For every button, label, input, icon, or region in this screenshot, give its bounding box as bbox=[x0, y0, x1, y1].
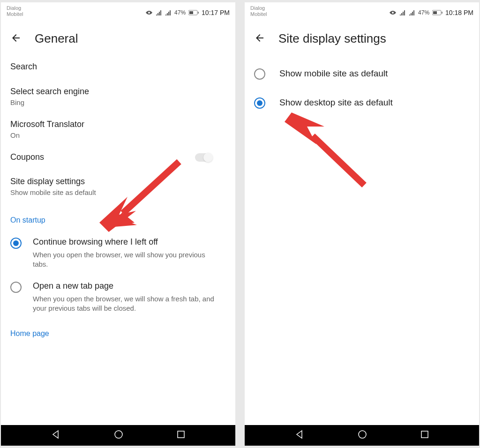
nav-recent-icon[interactable] bbox=[420, 430, 429, 441]
svg-rect-8 bbox=[433, 11, 437, 14]
setting-value: On bbox=[10, 131, 226, 139]
option-show-desktop[interactable]: Show desktop site as default bbox=[254, 94, 470, 123]
status-carrier: Dialog Mobitel bbox=[250, 5, 267, 17]
back-arrow-icon[interactable] bbox=[254, 32, 265, 45]
radio-desc: When you open the browser, we will show … bbox=[33, 250, 221, 269]
signal-4g-icon bbox=[409, 10, 415, 15]
setting-title: Select search engine bbox=[10, 86, 226, 97]
on-startup-header: On startup bbox=[10, 206, 226, 233]
svg-rect-7 bbox=[442, 12, 442, 14]
nav-recent-icon[interactable] bbox=[177, 430, 185, 441]
coupons[interactable]: Coupons bbox=[10, 149, 226, 172]
setting-title: Site display settings bbox=[10, 176, 226, 187]
setting-title: Microsoft Translator bbox=[10, 119, 226, 130]
status-icons: 47% 10:17 PM bbox=[145, 5, 230, 16]
svg-point-4 bbox=[115, 431, 122, 438]
phone-right-site-display: Dialog Mobitel 47% 10:18 PM bbox=[245, 2, 479, 446]
option-show-mobile[interactable]: Show mobile site as default bbox=[254, 65, 470, 94]
radio-title: Continue browsing where I left off bbox=[33, 237, 221, 247]
back-arrow-icon[interactable] bbox=[10, 32, 22, 45]
status-time: 10:17 PM bbox=[202, 9, 230, 16]
battery-percent: 47% bbox=[418, 9, 429, 16]
radio-label: Show mobile site as default bbox=[279, 68, 388, 79]
page-header: Site display settings bbox=[245, 22, 479, 57]
status-bar: Dialog Mobitel 47% 10:18 PM bbox=[245, 2, 479, 22]
signal-icon bbox=[156, 10, 162, 15]
page-title: Site display settings bbox=[278, 31, 386, 46]
startup-continue-browsing[interactable]: Continue browsing where I left off When … bbox=[10, 233, 226, 277]
site-display-settings[interactable]: Site display settings Show mobile site a… bbox=[10, 173, 226, 206]
radio-icon[interactable] bbox=[254, 68, 265, 80]
nav-home-icon[interactable] bbox=[358, 430, 367, 441]
setting-title: Coupons bbox=[10, 151, 44, 163]
battery-icon bbox=[432, 10, 442, 15]
svg-point-10 bbox=[359, 431, 366, 438]
nav-back-icon[interactable] bbox=[51, 430, 60, 441]
android-nav-bar bbox=[245, 425, 479, 446]
annotation-arrow-icon bbox=[287, 112, 371, 192]
radio-icon[interactable] bbox=[254, 97, 265, 109]
radio-desc: When you open the browser, we will show … bbox=[33, 294, 221, 314]
svg-rect-1 bbox=[198, 12, 199, 14]
page-title: General bbox=[35, 31, 78, 46]
nav-back-icon[interactable] bbox=[295, 430, 304, 441]
phone-left-general-settings: Dialog Mobitel 47% 10:17 PM bbox=[1, 2, 235, 446]
signal-icon bbox=[399, 10, 406, 15]
coupons-toggle[interactable] bbox=[195, 153, 212, 162]
battery-percent: 47% bbox=[174, 9, 186, 16]
radio-icon[interactable] bbox=[10, 238, 22, 249]
eye-icon bbox=[145, 10, 153, 15]
svg-rect-2 bbox=[189, 11, 193, 14]
status-bar: Dialog Mobitel 47% 10:17 PM bbox=[1, 2, 235, 22]
setting-value: Show mobile site as default bbox=[10, 188, 226, 196]
home-page-link[interactable]: Home page bbox=[10, 321, 226, 346]
radio-title: Open a new tab page bbox=[33, 281, 221, 291]
microsoft-translator[interactable]: Microsoft Translator On bbox=[10, 116, 226, 149]
startup-new-tab[interactable]: Open a new tab page When you open the br… bbox=[10, 277, 226, 321]
search-section-label: Search bbox=[10, 57, 226, 83]
status-time: 10:18 PM bbox=[445, 9, 473, 16]
eye-icon bbox=[389, 10, 397, 15]
radio-icon[interactable] bbox=[10, 282, 22, 293]
status-icons: 47% 10:18 PM bbox=[389, 5, 473, 16]
select-search-engine[interactable]: Select search engine Bing bbox=[10, 83, 226, 116]
status-carrier: Dialog Mobitel bbox=[7, 5, 23, 17]
svg-rect-5 bbox=[178, 431, 184, 438]
signal-4g-icon bbox=[165, 10, 172, 15]
setting-value: Bing bbox=[10, 98, 226, 106]
android-nav-bar bbox=[1, 425, 235, 446]
svg-rect-11 bbox=[421, 431, 428, 438]
battery-icon bbox=[188, 10, 199, 15]
page-header: General bbox=[1, 22, 235, 57]
nav-home-icon[interactable] bbox=[114, 430, 123, 441]
radio-label: Show desktop site as default bbox=[279, 97, 393, 108]
